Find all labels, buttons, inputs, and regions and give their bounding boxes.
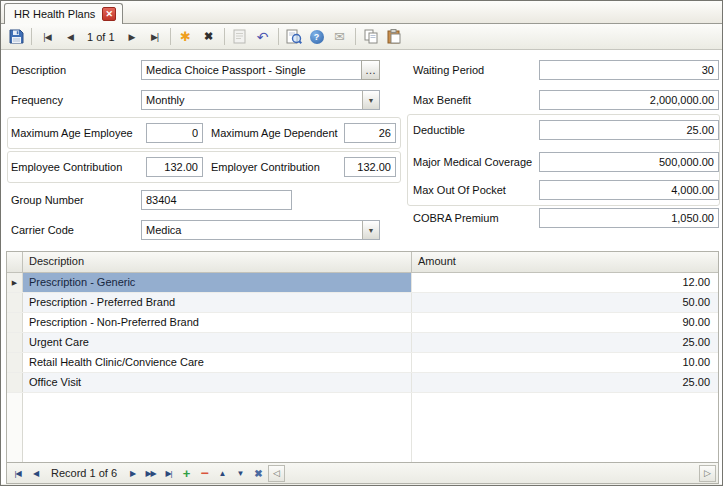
scroll-right-icon: ▷ xyxy=(704,468,711,478)
grid-cell-description[interactable]: Prescription - Generic xyxy=(23,273,412,292)
major-medical-coverage-label: Major Medical Coverage xyxy=(413,156,532,168)
frequency-dropdown-button[interactable]: ▼ xyxy=(362,91,379,109)
grid-cell-amount[interactable]: 90.00 xyxy=(412,313,718,332)
grid-empty-indicator-column xyxy=(7,393,23,462)
delete-row-button[interactable]: − xyxy=(196,465,213,482)
toolbar-separator xyxy=(170,28,171,45)
first-record-button[interactable]: |◀ xyxy=(36,26,58,48)
toolbar-separator xyxy=(355,28,356,45)
nav-last-icon: ▶| xyxy=(165,469,171,478)
move-up-button[interactable]: ▲ xyxy=(214,465,231,482)
undo-button[interactable]: ↶ xyxy=(252,26,274,48)
refresh-button[interactable] xyxy=(229,26,251,48)
grid-cell-description[interactable]: Urgent Care xyxy=(23,333,412,352)
grid-cell-description[interactable]: Prescription - Non-Preferred Brand xyxy=(23,313,412,332)
grid-cell-amount[interactable]: 25.00 xyxy=(412,333,718,352)
carrier-code-dropdown-button[interactable]: ▼ xyxy=(362,221,379,239)
grid-row[interactable]: Prescription - Preferred Brand 50.00 xyxy=(7,293,718,313)
append-row-button[interactable]: + xyxy=(178,465,195,482)
grid-empty-amount-column xyxy=(412,393,718,462)
minus-icon: − xyxy=(200,465,208,481)
new-record-icon: ✱ xyxy=(180,29,191,44)
help-button[interactable]: ? xyxy=(306,26,328,48)
grid-cell-description[interactable]: Retail Health Clinic/Convience Care xyxy=(23,353,412,372)
max-age-employee-input[interactable] xyxy=(146,123,203,143)
tab-close-icon[interactable]: ✕ xyxy=(102,7,116,21)
cobra-premium-input[interactable] xyxy=(539,208,719,228)
grid-cell-amount[interactable]: 25.00 xyxy=(412,373,718,392)
cancel-edit-button[interactable]: ✖ xyxy=(250,465,267,482)
last-record-button[interactable]: ▶| xyxy=(144,26,166,48)
tab-title: HR Health Plans xyxy=(14,8,95,20)
scroll-left-button[interactable]: ◁ xyxy=(268,465,285,482)
column-header-description[interactable]: Description xyxy=(23,252,412,272)
grid-row[interactable]: Prescription - Non-Preferred Brand 90.00 xyxy=(7,313,718,333)
nav-record-position: Record 1 of 6 xyxy=(45,467,123,479)
copy-button[interactable] xyxy=(360,26,382,48)
nav-prev-icon: ◀ xyxy=(33,469,38,478)
max-benefit-label: Max Benefit xyxy=(413,94,471,106)
grid-cell-description[interactable]: Prescription - Preferred Brand xyxy=(23,293,412,312)
new-record-button[interactable]: ✱ xyxy=(175,26,197,48)
tab-hr-health-plans[interactable]: HR Health Plans ✕ xyxy=(4,3,123,24)
grid-cell-amount[interactable]: 10.00 xyxy=(412,353,718,372)
waiting-period-input[interactable] xyxy=(539,60,719,80)
help-icon: ? xyxy=(310,30,324,44)
triangle-down-icon: ▼ xyxy=(237,469,245,478)
email-button[interactable]: ✉ xyxy=(329,26,351,48)
employer-contribution-input[interactable] xyxy=(344,157,396,177)
deductible-input[interactable] xyxy=(539,120,719,140)
save-button[interactable] xyxy=(5,26,27,48)
row-indicator-cell: ▶ xyxy=(7,273,23,292)
scroll-right-button[interactable]: ▷ xyxy=(699,465,716,482)
column-header-amount[interactable]: Amount xyxy=(412,252,718,272)
grid-header-indicator-cell xyxy=(7,252,23,272)
grid-cell-amount[interactable]: 50.00 xyxy=(412,293,718,312)
nav-first-button[interactable]: |◀ xyxy=(9,465,26,482)
nav-last-button[interactable]: ▶| xyxy=(160,465,177,482)
grid-navigator: |◀ ◀ Record 1 of 6 ▶ ▶▶ ▶| + − ▲ ▼ ✖ ◁ ▷ xyxy=(6,463,719,484)
row-indicator-cell xyxy=(7,293,23,312)
main-toolbar: |◀ ◀ 1 of 1 ▶ ▶| ✱ ✖ ↶ ? ✉ xyxy=(1,24,722,50)
nav-next-page-button[interactable]: ▶▶ xyxy=(142,465,159,482)
grid-row[interactable]: ▶ Prescription - Generic 12.00 xyxy=(7,273,718,293)
nav-next-button[interactable]: ▶ xyxy=(124,465,141,482)
major-medical-coverage-input[interactable] xyxy=(539,152,719,172)
carrier-code-dropdown[interactable]: Medica ▼ xyxy=(141,220,380,240)
max-benefit-input[interactable] xyxy=(539,90,719,110)
cobra-premium-label: COBRA Premium xyxy=(413,212,499,224)
carrier-code-label: Carrier Code xyxy=(11,224,74,236)
waiting-period-label: Waiting Period xyxy=(413,64,484,76)
grid-cell-description[interactable]: Office Visit xyxy=(23,373,412,392)
nav-first-icon: |◀ xyxy=(14,469,20,478)
frequency-dropdown[interactable]: Monthly ▼ xyxy=(141,90,380,110)
refresh-icon xyxy=(233,29,246,44)
horizontal-scrollbar-track[interactable] xyxy=(286,465,698,482)
delete-record-button[interactable]: ✖ xyxy=(198,26,220,48)
nav-next-page-icon: ▶▶ xyxy=(145,469,155,478)
max-age-dependent-label: Maximum Age Dependent xyxy=(211,127,338,139)
record-position: 1 of 1 xyxy=(82,31,120,43)
description-lookup-button[interactable]: … xyxy=(361,60,380,80)
next-record-button[interactable]: ▶ xyxy=(121,26,143,48)
grid-row[interactable]: Retail Health Clinic/Convience Care 10.0… xyxy=(7,353,718,373)
max-age-dependent-input[interactable] xyxy=(344,123,396,143)
employee-contribution-input[interactable] xyxy=(146,157,203,177)
paste-button[interactable] xyxy=(383,26,405,48)
toolbar-separator xyxy=(278,28,279,45)
nav-prev-button[interactable]: ◀ xyxy=(27,465,44,482)
grid-row[interactable]: Urgent Care 25.00 xyxy=(7,333,718,353)
group-number-input[interactable] xyxy=(141,190,292,210)
grid-row[interactable]: Office Visit 25.00 xyxy=(7,373,718,393)
move-down-button[interactable]: ▼ xyxy=(232,465,249,482)
prev-record-button[interactable]: ◀ xyxy=(59,26,81,48)
cancel-icon: ✖ xyxy=(254,468,262,479)
last-record-icon: ▶| xyxy=(151,32,158,42)
grid-cell-amount[interactable]: 12.00 xyxy=(412,273,718,292)
nav-next-icon: ▶ xyxy=(130,469,135,478)
paste-icon xyxy=(387,29,401,44)
max-out-of-pocket-input[interactable] xyxy=(539,180,719,200)
description-input[interactable] xyxy=(141,60,362,80)
print-preview-button[interactable] xyxy=(283,26,305,48)
chevron-down-icon: ▼ xyxy=(368,227,375,234)
